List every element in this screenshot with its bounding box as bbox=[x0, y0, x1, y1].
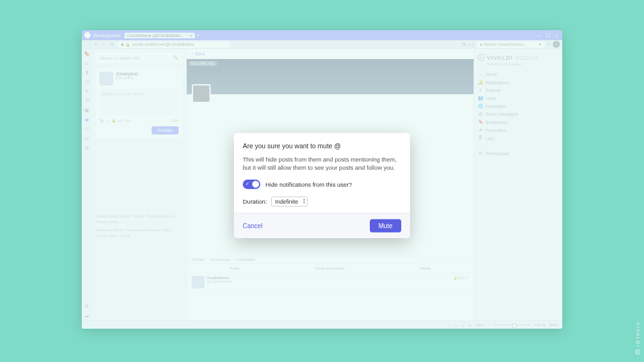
window-panel-icon[interactable]: ▣ bbox=[84, 107, 89, 113]
duration-select[interactable]: Indefinite ▴▾ bbox=[271, 196, 308, 206]
nav-notifications[interactable]: 🔔Notifications bbox=[478, 80, 558, 85]
forward-button[interactable]: › bbox=[101, 42, 107, 47]
lock-icon: 🔒 bbox=[125, 42, 131, 47]
nav-preferences[interactable]: ⚙Preferences bbox=[478, 151, 558, 156]
tab-replies[interactable]: Posts and replies bbox=[282, 264, 378, 273]
lock-icon: 🔒 bbox=[453, 276, 457, 280]
back-header[interactable]: ‹ Back bbox=[187, 49, 474, 59]
modal-title: Are you sure you want to mute @ bbox=[243, 142, 401, 150]
stats-row: 3 Posts 8 Following 2 Followers bbox=[187, 258, 474, 264]
profile-tabs: Posts Posts and replies Media bbox=[187, 264, 474, 273]
panel-toggle-icon[interactable] bbox=[84, 40, 91, 48]
notes-panel-icon[interactable]: ✎ bbox=[85, 89, 89, 94]
nav-lists[interactable]: ≣Lists bbox=[478, 136, 558, 141]
workspaces-button[interactable]: Workspaces bbox=[93, 33, 121, 38]
hide-notifications-toggle[interactable]: ✓ bbox=[243, 179, 260, 189]
nav-local[interactable]: 👥Local bbox=[478, 96, 558, 101]
brand-social: SOCIAL bbox=[515, 55, 540, 61]
cancel-button[interactable]: Cancel bbox=[243, 222, 262, 229]
tab-close-icon[interactable]: × bbox=[190, 33, 192, 38]
downloads-panel-icon[interactable]: ⬇ bbox=[85, 70, 89, 75]
history-panel-icon[interactable]: ◷ bbox=[85, 79, 89, 85]
posts-count[interactable]: 3 Posts bbox=[192, 258, 204, 261]
title-bar: Workspaces CeciliaMaria (@CeciliaMari...… bbox=[82, 30, 562, 40]
capture-icon[interactable]: ⌂ bbox=[447, 323, 450, 327]
page-count: 20/01 bbox=[549, 323, 558, 327]
sync-panel-icon[interactable]: ☁ bbox=[84, 313, 89, 319]
tile-icon[interactable]: ▢ bbox=[453, 323, 457, 327]
browser-window: Workspaces CeciliaMaria (@CeciliaMari...… bbox=[82, 30, 562, 329]
nav-explore[interactable]: #Explore bbox=[478, 88, 558, 92]
tab-posts[interactable]: Posts bbox=[187, 264, 282, 273]
bell-icon: 🔔 bbox=[478, 80, 483, 85]
vivaldi-social-logo-icon: V bbox=[478, 54, 485, 61]
cw-icon[interactable]: cw bbox=[118, 119, 123, 123]
reading-list-icon[interactable]: ▭ bbox=[84, 60, 89, 66]
history-icon[interactable]: ⏱ bbox=[84, 126, 89, 132]
mute-confirmation-modal: Are you sure you want to mute @ This wil… bbox=[234, 133, 410, 238]
maximize-button[interactable]: ☐ bbox=[545, 32, 551, 38]
lang-icon[interactable]: EN bbox=[125, 119, 130, 123]
search-field[interactable]: ● Search DuckDuckGo ▾ bbox=[476, 41, 545, 48]
ruler-icon[interactable]: ↻ bbox=[469, 323, 472, 327]
back-label: Back bbox=[195, 52, 205, 56]
image-icon[interactable]: ▭ bbox=[461, 323, 465, 327]
wiki-panel-icon[interactable]: W bbox=[84, 136, 89, 141]
nav-home[interactable]: ⌂Home bbox=[478, 72, 558, 77]
url-field[interactable]: ◆ 🔒 social.vivaldi.net/@CeciliaMaria bbox=[117, 41, 230, 48]
home-icon: ⌂ bbox=[478, 72, 483, 77]
nav-federated[interactable]: 🌐Federated bbox=[478, 104, 558, 109]
zoom-out-icon[interactable]: − bbox=[487, 323, 489, 327]
profile-banner: FOLLOWS YOU bbox=[187, 59, 474, 94]
compose-menu-icon[interactable]: ⋮ bbox=[174, 72, 179, 85]
profile-avatar bbox=[192, 84, 211, 103]
mute-button[interactable]: Mute bbox=[370, 219, 401, 232]
settings-panel-icon[interactable]: ⚙ bbox=[84, 304, 89, 309]
tab-label: CeciliaMaria (@CeciliaMari... bbox=[127, 33, 184, 38]
stepper-icon: ▴▾ bbox=[303, 197, 305, 204]
footer-links: Vivaldi Social: About · Status · Profile… bbox=[96, 214, 182, 239]
mastodon-panel-icon[interactable]: ◉ bbox=[85, 117, 89, 123]
hashtag-icon: # bbox=[478, 88, 483, 92]
profile-avatar-icon[interactable]: I bbox=[553, 41, 560, 48]
vivaldi-watermark: VIVALDI V bbox=[635, 322, 640, 354]
extensions-icon[interactable]: ☼ bbox=[547, 42, 551, 47]
post-item[interactable]: CeciliaMaria @CeciliaMaria 🔒 May 17 bbox=[187, 273, 474, 292]
tab-active[interactable]: CeciliaMaria (@CeciliaMari... × bbox=[125, 33, 195, 38]
next-label: Next bbox=[475, 323, 483, 327]
bookmark-icon[interactable]: ☐ bbox=[467, 42, 471, 47]
duration-row: Duration: Indefinite ▴▾ bbox=[243, 196, 401, 206]
bookmarks-panel-icon[interactable]: 🔖 bbox=[84, 51, 90, 57]
compose-card: @babyleaf Edit profile ⋮ What's on your … bbox=[96, 68, 182, 138]
reader-icon[interactable]: ◔ bbox=[462, 42, 465, 47]
avatar bbox=[99, 72, 113, 85]
attach-icon[interactable]: 📎 bbox=[99, 118, 104, 123]
add-panel-icon[interactable]: ⊕ bbox=[85, 145, 89, 151]
compose-textarea[interactable]: What's on your mind? bbox=[99, 89, 179, 116]
zoom-slider[interactable] bbox=[493, 324, 531, 326]
modal-description: This will hide posts from them and posts… bbox=[243, 156, 401, 172]
url-text: social.vivaldi.net/@CeciliaMaria bbox=[132, 42, 194, 47]
new-tab-button[interactable]: + bbox=[195, 33, 201, 38]
visibility-icon[interactable]: 🔒 bbox=[111, 118, 116, 123]
back-button[interactable]: ‹ bbox=[92, 42, 99, 47]
minimize-button[interactable]: — bbox=[536, 32, 542, 38]
edit-profile-link[interactable]: Edit profile bbox=[116, 76, 138, 80]
nav-direct-messages[interactable]: @Direct messages bbox=[478, 112, 558, 116]
hide-notifications-row: ✓ Hide notifications from this user? bbox=[243, 179, 401, 189]
reload-button[interactable]: ⟳ bbox=[109, 42, 115, 47]
followers-count[interactable]: 2 Followers bbox=[236, 258, 255, 261]
translate-panel-icon[interactable]: ⟲ bbox=[85, 98, 89, 104]
following-count[interactable]: 8 Following bbox=[211, 258, 230, 261]
tab-media[interactable]: Media bbox=[378, 264, 474, 273]
nav-column: V VIVALDI SOCIAL Powered by ⓜ mastodon ⌂… bbox=[474, 49, 562, 321]
search-url-input[interactable]: Search or paste URL 🔍 bbox=[96, 53, 182, 63]
nav-favourites[interactable]: ★Favourites bbox=[478, 128, 558, 133]
poll-icon[interactable]: ≡ bbox=[106, 119, 109, 123]
post-avatar bbox=[192, 276, 204, 288]
char-counter: 500 bbox=[172, 119, 179, 123]
publish-button[interactable]: Publish bbox=[152, 126, 179, 134]
close-button[interactable]: × bbox=[553, 32, 560, 38]
search-icon: 🔍 bbox=[173, 55, 179, 60]
nav-bookmarks[interactable]: 🔖Bookmarks bbox=[478, 119, 558, 124]
